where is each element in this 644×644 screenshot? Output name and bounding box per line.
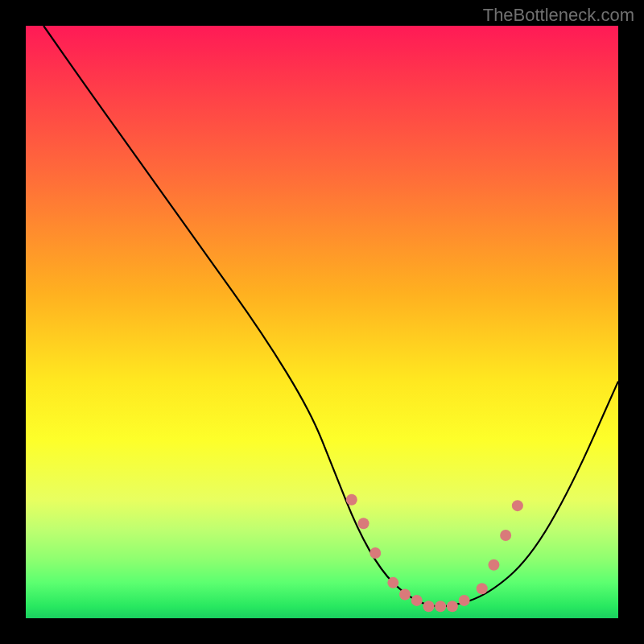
curve-marker-dot [477, 583, 488, 594]
bottleneck-curve [43, 26, 618, 606]
curve-marker-dot [512, 500, 523, 511]
curve-marker-dot [387, 577, 398, 588]
curve-marker-dot [500, 530, 511, 541]
curve-marker-dot [488, 559, 499, 571]
curve-marker-dot [411, 595, 423, 606]
curve-marker-dot [435, 601, 446, 612]
curve-marker-dot [459, 595, 470, 606]
curve-marker-dot [423, 601, 434, 612]
curve-marker-dot [369, 547, 381, 559]
curve-marker-dot [399, 589, 411, 601]
watermark-text: TheBottleneck.com [483, 5, 634, 26]
curve-marker-dot [346, 494, 357, 506]
curve-marker-dot [358, 518, 369, 529]
curve-markers [346, 494, 523, 612]
curve-marker-dot [447, 601, 458, 612]
chart-svg [26, 26, 618, 618]
